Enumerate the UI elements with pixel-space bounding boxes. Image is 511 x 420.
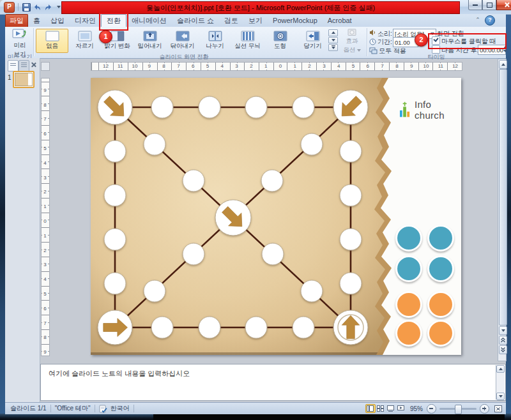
ruler-number: 2: [307, 63, 311, 70]
close-button[interactable]: [496, 0, 511, 10]
minimize-ribbon-icon[interactable]: ⌃: [474, 17, 482, 23]
tab-acrobat[interactable]: Acrobat: [323, 15, 357, 27]
previous-slide-button[interactable]: [499, 336, 507, 345]
powerpoint-app-icon[interactable]: P: [4, 2, 15, 13]
ruler-number: 7: [380, 63, 384, 70]
slide-sorter-view-button[interactable]: [376, 404, 386, 413]
spellcheck-icon[interactable]: [99, 405, 107, 413]
triangle-down-icon: [501, 329, 505, 332]
tab-powermockup[interactable]: PowerMockup: [268, 15, 323, 27]
transition-split-icon: [208, 31, 223, 41]
gallery-more-icon: [332, 47, 335, 49]
close-panel-icon[interactable]: [30, 61, 37, 68]
tab-slideshow[interactable]: 슬라이드 쇼: [172, 15, 219, 27]
theme-name[interactable]: "Office 테마": [55, 404, 91, 413]
tab-transitions[interactable]: 전환: [101, 14, 126, 27]
redo-button[interactable]: [43, 3, 52, 11]
divider: [133, 405, 134, 412]
normal-view-icon: [367, 405, 374, 412]
transition-none[interactable]: 없음: [36, 29, 68, 53]
reading-view-button[interactable]: [386, 404, 396, 413]
game-piece-teal[interactable]: [427, 225, 454, 251]
gallery-more-button[interactable]: [328, 44, 338, 51]
help-button[interactable]: ?: [485, 15, 495, 26]
tab-design[interactable]: 디자인: [70, 15, 101, 27]
effect-options-icon: [346, 29, 358, 36]
tab-view[interactable]: 보기: [243, 15, 268, 27]
language-indicator[interactable]: 한국어: [111, 404, 130, 413]
vertical-ruler[interactable]: 9876543210123456789: [41, 78, 50, 356]
outline-icon: [21, 64, 27, 65]
scrollbar-thumb[interactable]: [499, 69, 507, 326]
transition-stripes[interactable]: 실선 무늬: [231, 29, 264, 53]
editor-scrollbar[interactable]: [498, 59, 507, 361]
effect-options-button[interactable]: 효과 옵션: [340, 29, 364, 54]
zoom-out-button[interactable]: [427, 404, 436, 414]
next-slide-button[interactable]: [499, 345, 507, 354]
quick-access-toolbar: P: [4, 2, 63, 12]
tab-review[interactable]: 검토: [219, 15, 243, 27]
close-icon: [504, 2, 510, 8]
ruler-number: 0: [42, 218, 48, 224]
horizontal-ruler[interactable]: 1211109876543210123456789101112: [91, 62, 462, 71]
normal-view-button[interactable]: [365, 404, 376, 413]
annotation-box-on-click: [428, 33, 507, 49]
tab-home[interactable]: 홈: [28, 15, 45, 27]
maximize-button[interactable]: [482, 0, 496, 10]
game-piece-teal[interactable]: [395, 225, 422, 251]
outline-tab[interactable]: [19, 60, 29, 71]
logo: Info church: [400, 99, 461, 121]
transition-wipe[interactable]: 닦아내기: [166, 29, 199, 53]
minimize-button[interactable]: [468, 0, 482, 10]
slide-thumbnail-image: [15, 73, 33, 86]
scroll-down-button[interactable]: [499, 326, 507, 335]
minimize-icon: [473, 4, 478, 6]
triangle-down-icon: [499, 395, 503, 398]
slide-counter[interactable]: 슬라이드 1/1: [10, 404, 47, 413]
slides-tab[interactable]: [8, 60, 19, 71]
transition-cut-icon: [77, 31, 93, 41]
tab-animations[interactable]: 애니메이션: [126, 15, 172, 27]
game-piece-orange[interactable]: [395, 320, 422, 347]
notes-scroll-down-button[interactable]: [496, 393, 505, 400]
game-piece-orange[interactable]: [395, 291, 422, 318]
ruler-number: 7: [176, 63, 180, 70]
zoom-level[interactable]: 95%: [410, 405, 423, 412]
ruler-number: 4: [42, 276, 48, 282]
ruler-corner: [41, 62, 50, 71]
gallery-scroll-down-button[interactable]: [328, 37, 338, 44]
notes-pane[interactable]: 여기에 슬라이드 노트의 내용을 입력하십시오: [40, 364, 506, 401]
tab-insert[interactable]: 삽입: [45, 15, 70, 27]
slideshow-view-button[interactable]: [396, 404, 406, 413]
transition-cut[interactable]: 자르기: [68, 29, 101, 53]
zoom-in-button[interactable]: [480, 404, 489, 414]
transition-split[interactable]: 나누기: [199, 29, 231, 53]
triangle-down-icon: [332, 39, 335, 41]
save-button[interactable]: [22, 3, 31, 11]
maximize-icon: [487, 3, 492, 8]
transition-push[interactable]: 밀어내기: [133, 29, 166, 53]
game-piece-teal[interactable]: [427, 255, 454, 282]
game-piece-orange[interactable]: [427, 291, 454, 318]
gallery-scroll-up-button[interactable]: [328, 29, 338, 36]
slide-thumbnail[interactable]: [13, 71, 34, 88]
zoom-slider[interactable]: [439, 408, 477, 410]
transition-pull[interactable]: 당기기: [296, 29, 329, 53]
slide-canvas[interactable]: Info church: [91, 78, 461, 355]
transition-shape[interactable]: 도형: [264, 29, 296, 53]
ruler-number: 12: [102, 63, 109, 70]
zoom-slider-thumb[interactable]: [455, 405, 462, 414]
status-bar: 슬라이드 1/1 "Office 테마" 한국어 95%: [5, 402, 506, 414]
notes-scroll-up-button[interactable]: [496, 365, 505, 373]
ruler-number: 11: [438, 63, 444, 70]
notes-placeholder[interactable]: 여기에 슬라이드 노트의 내용을 입력하십시오: [49, 369, 190, 379]
tab-file[interactable]: 파일: [5, 14, 28, 27]
scroll-up-button[interactable]: [499, 60, 507, 69]
game-piece-teal[interactable]: [395, 255, 422, 282]
game-piece-orange[interactable]: [427, 320, 454, 347]
notes-scrollbar[interactable]: [496, 365, 505, 400]
slide-icon: [10, 65, 16, 66]
ruler-number: 2: [42, 247, 48, 253]
fit-to-window-button[interactable]: [493, 404, 503, 413]
undo-button[interactable]: [33, 3, 42, 11]
